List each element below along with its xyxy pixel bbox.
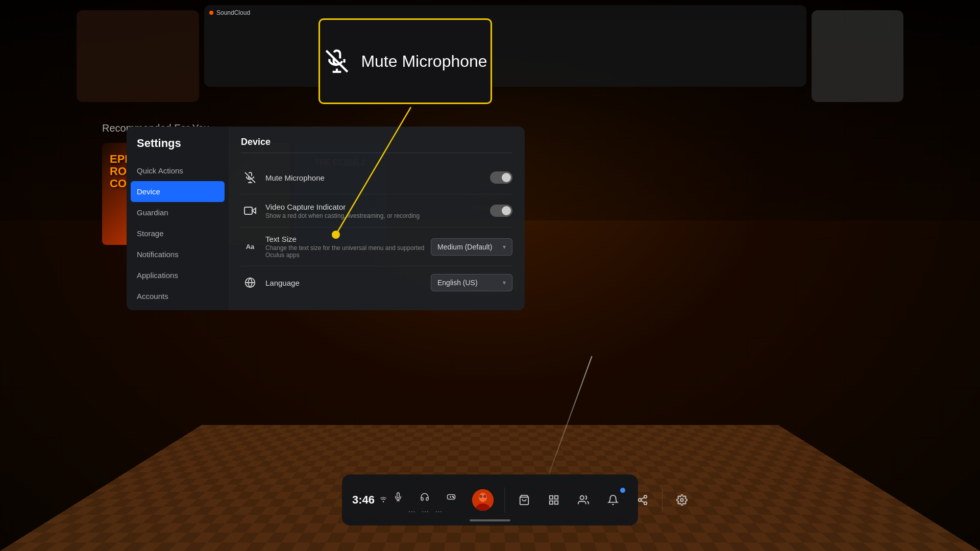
- language-info: Language: [265, 279, 431, 287]
- controller-icons-group: ••• ••• •••: [388, 487, 461, 514]
- language-control: English (US) ▾: [431, 274, 512, 291]
- text-size-dropdown[interactable]: Medium (Default) ▾: [431, 238, 512, 256]
- text-size-value: Medium (Default): [437, 243, 492, 251]
- vr-panel-soundcloud: SoundCloud: [204, 5, 806, 87]
- sidebar-item-guardian[interactable]: Guardian: [127, 202, 229, 223]
- mute-microphone-row: Mute Microphone: [241, 161, 512, 194]
- sidebar-item-quick-actions[interactable]: Quick Actions: [127, 160, 229, 181]
- mute-mic-name: Mute Microphone: [265, 173, 490, 182]
- sidebar-item-storage[interactable]: Storage: [127, 223, 229, 244]
- language-value: English (US): [437, 279, 478, 287]
- language-name: Language: [265, 279, 431, 287]
- taskbar-icon-apps[interactable]: [544, 490, 564, 510]
- notifications-badge: [620, 488, 625, 493]
- tooltip-mic-icon: [323, 47, 351, 75]
- taskbar-divider-1: [504, 487, 505, 513]
- taskbar-icon-people[interactable]: [573, 490, 594, 510]
- text-size-row: Aa Text Size Change the text size for th…: [241, 228, 512, 266]
- video-capture-icon: [241, 202, 259, 220]
- settings-panel-title: Settings: [127, 137, 229, 160]
- controller-dots-2: •••: [422, 509, 429, 514]
- svg-point-32: [644, 502, 647, 505]
- controller-dots-1: •••: [408, 509, 415, 514]
- taskbar-time: 3:46: [352, 493, 375, 507]
- language-arrow: ▾: [503, 279, 506, 286]
- text-size-name: Text Size: [265, 235, 431, 243]
- taskbar-avatar[interactable]: [471, 488, 495, 512]
- taskbar-icon-share[interactable]: [632, 490, 653, 510]
- svg-point-35: [680, 498, 683, 502]
- tooltip-label: Mute Microphone: [361, 52, 487, 71]
- taskbar-icon-settings-gear[interactable]: [672, 490, 692, 510]
- svg-rect-28: [555, 501, 558, 504]
- svg-point-23: [483, 495, 486, 498]
- video-capture-control: [490, 205, 512, 217]
- language-dropdown[interactable]: English (US) ▾: [431, 274, 512, 291]
- wifi-icon: [379, 495, 388, 505]
- text-size-icon: Aa: [241, 238, 259, 256]
- mute-mic-icon: [241, 168, 259, 187]
- svg-point-30: [644, 495, 647, 498]
- svg-marker-3: [252, 208, 256, 213]
- sidebar-item-applications[interactable]: Applications: [127, 265, 229, 286]
- svg-rect-27: [550, 501, 553, 504]
- sidebar-item-device[interactable]: Device: [131, 181, 225, 202]
- svg-point-22: [479, 495, 482, 498]
- vr-panel-left: [77, 10, 199, 102]
- taskbar-divider-2: [662, 487, 663, 513]
- video-capture-info: Video Capture Indicator Show a red dot w…: [265, 203, 490, 219]
- mute-mic-toggle-thumb: [502, 173, 511, 182]
- taskbar-icon-mic[interactable]: [388, 487, 408, 507]
- soundcloud-dot: [209, 11, 213, 15]
- language-icon: [241, 273, 259, 292]
- svg-rect-4: [244, 207, 252, 214]
- text-size-control: Medium (Default) ▾: [431, 238, 512, 256]
- svg-rect-26: [555, 496, 558, 499]
- text-size-desc: Change the text size for the universal m…: [265, 244, 431, 259]
- video-capture-name: Video Capture Indicator: [265, 203, 490, 211]
- sidebar-item-notifications[interactable]: Notifications: [127, 244, 229, 265]
- video-capture-desc: Show a red dot when casting, livestreami…: [265, 212, 490, 219]
- mute-mic-toggle[interactable]: [490, 171, 512, 184]
- taskbar-icon-controller[interactable]: [441, 487, 461, 507]
- taskbar-scroll-indicator: [470, 519, 510, 521]
- controller-dots-3: •••: [435, 509, 443, 514]
- vr-panel-right: [812, 10, 903, 102]
- mute-microphone-tooltip: Mute Microphone: [318, 18, 492, 104]
- taskbar-icon-notifications[interactable]: [603, 490, 623, 510]
- taskbar-icon-headset[interactable]: [414, 487, 435, 507]
- controller-dots-row: ••• ••• •••: [406, 509, 443, 514]
- avatar-image: [472, 489, 494, 511]
- controller-icons-row: [388, 487, 461, 507]
- text-size-arrow: ▾: [503, 243, 506, 251]
- svg-rect-25: [550, 496, 553, 499]
- video-capture-row: Video Capture Indicator Show a red dot w…: [241, 194, 512, 228]
- taskbar-icon-store[interactable]: [514, 490, 534, 510]
- video-capture-toggle-thumb: [502, 206, 511, 215]
- settings-panel: Settings Quick Actions Device Guardian S…: [127, 127, 525, 310]
- text-size-info: Text Size Change the text size for the u…: [265, 235, 431, 259]
- settings-sidebar: Settings Quick Actions Device Guardian S…: [127, 127, 229, 310]
- svg-point-18: [453, 497, 454, 498]
- svg-point-31: [639, 498, 642, 502]
- taskbar: 3:46: [342, 474, 638, 525]
- mute-mic-info: Mute Microphone: [265, 173, 490, 182]
- taskbar-main-icons: ••• ••• •••: [388, 487, 692, 514]
- svg-point-29: [580, 496, 584, 499]
- svg-line-33: [641, 500, 644, 503]
- video-capture-toggle[interactable]: [490, 205, 512, 217]
- device-section-title: Device: [241, 137, 512, 153]
- taskbar-icons-left: [379, 495, 388, 505]
- mute-mic-control: [490, 171, 512, 184]
- soundcloud-content: [204, 41, 806, 51]
- sidebar-item-accounts[interactable]: Accounts: [127, 286, 229, 307]
- soundcloud-title: SoundCloud: [216, 9, 250, 16]
- language-row: Language English (US) ▾: [241, 266, 512, 299]
- svg-line-34: [641, 497, 644, 499]
- settings-content: Device Mute Microphone: [229, 127, 525, 310]
